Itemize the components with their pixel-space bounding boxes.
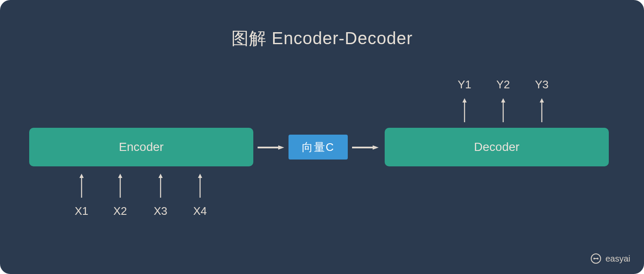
arrow-up-icon	[540, 98, 544, 122]
output-y1-group: Y1	[458, 78, 471, 122]
easyai-logo-icon	[591, 253, 601, 264]
watermark-text: easyai	[605, 254, 630, 264]
arrow-encoder-to-vector	[258, 143, 284, 152]
output-y3-group: Y3	[535, 78, 549, 122]
output-label-y3: Y3	[535, 78, 549, 91]
arrow-vector-to-decoder	[352, 143, 379, 152]
input-x4-group: X4	[193, 174, 207, 218]
encoder-box: Encoder	[29, 128, 253, 166]
svg-marker-5	[118, 174, 122, 198]
input-label-x3: X3	[154, 205, 167, 218]
diagram-title: 图解 Encoder-Decoder	[0, 27, 644, 50]
arrow-up-icon	[79, 174, 84, 198]
output-label-y1: Y1	[458, 78, 471, 91]
input-label-x1: X1	[75, 205, 88, 218]
arrow-up-icon	[501, 98, 505, 122]
input-x2-group: X2	[113, 174, 127, 218]
encoder-label: Encoder	[119, 140, 164, 154]
watermark: easyai	[591, 253, 630, 264]
vector-c-box: 向量C	[289, 135, 348, 160]
vector-label: 向量C	[302, 140, 335, 155]
svg-marker-6	[158, 174, 163, 198]
arrow-up-icon	[198, 174, 202, 198]
output-y2-group: Y2	[496, 78, 510, 122]
decoder-box: Decoder	[385, 128, 609, 166]
arrow-up-icon	[158, 174, 163, 198]
svg-marker-4	[79, 174, 84, 198]
svg-marker-1	[278, 145, 284, 150]
arrow-up-icon	[462, 98, 467, 122]
output-label-y2: Y2	[496, 78, 510, 91]
input-label-x2: X2	[113, 205, 127, 218]
arrow-up-icon	[118, 174, 122, 198]
svg-marker-8	[462, 98, 467, 122]
svg-marker-7	[198, 174, 202, 198]
input-x3-group: X3	[154, 174, 167, 218]
input-label-x4: X4	[193, 205, 207, 218]
decoder-label: Decoder	[474, 140, 519, 154]
svg-marker-9	[501, 98, 505, 122]
svg-marker-10	[540, 98, 544, 122]
svg-marker-3	[373, 145, 379, 150]
diagram-container: 图解 Encoder-Decoder Encoder 向量C Decoder X…	[0, 0, 644, 274]
input-x1-group: X1	[75, 174, 88, 218]
